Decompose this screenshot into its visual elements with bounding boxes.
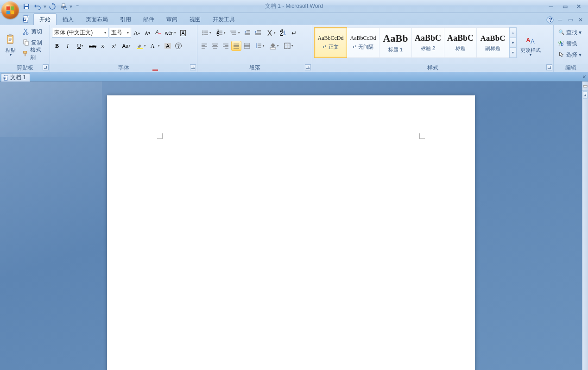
justify-button[interactable]: [231, 41, 241, 51]
document-tab-close[interactable]: ×: [582, 73, 586, 81]
change-styles-button[interactable]: AA 更改样式 ▾: [518, 26, 543, 64]
align-center-button[interactable]: [210, 41, 220, 51]
document-tab[interactable]: W 文档 1: [1, 73, 30, 82]
style-item[interactable]: AaBbC标题: [444, 27, 477, 58]
paragraph-launcher[interactable]: [305, 64, 311, 70]
margin-mark-top-left: [157, 133, 163, 139]
close-doc-window-button[interactable]: ✕: [577, 16, 584, 24]
group-label-styles: 样式: [312, 64, 553, 72]
svg-text:A: A: [526, 37, 531, 44]
align-right-button[interactable]: [221, 41, 231, 51]
style-preview: AaBbCcDd: [318, 35, 344, 42]
replace-button[interactable]: ab替换: [556, 38, 583, 49]
grow-font-button[interactable]: A▴: [132, 28, 142, 38]
ruler-toggle-button[interactable]: [582, 82, 588, 91]
maximize-button[interactable]: ▭: [560, 3, 569, 10]
style-item[interactable]: AaBbC副标题: [476, 27, 509, 58]
find-button[interactable]: 🔍查找▾: [556, 27, 583, 38]
underline-button[interactable]: U▾: [73, 41, 87, 51]
highlight-button[interactable]: ▾: [134, 41, 148, 51]
minimize-ribbon-button[interactable]: ─: [556, 16, 564, 24]
gallery-more-button[interactable]: ▾: [510, 48, 516, 57]
vertical-scrollbar[interactable]: ▲: [582, 82, 588, 370]
svg-rect-27: [137, 48, 143, 49]
clear-formatting-button[interactable]: A: [153, 28, 163, 38]
italic-button[interactable]: I: [63, 41, 73, 51]
decrease-indent-button[interactable]: [242, 28, 253, 38]
cut-button[interactable]: 剪切: [20, 26, 47, 37]
asian-layout-button[interactable]: ▾: [264, 28, 278, 38]
save-button[interactable]: [21, 1, 32, 12]
font-size-select[interactable]: 五号▾: [109, 28, 131, 38]
clipboard-launcher[interactable]: [43, 64, 49, 70]
align-left-button[interactable]: [199, 41, 209, 51]
shrink-font-button[interactable]: A▾: [142, 28, 152, 38]
tab-view[interactable]: 视图: [183, 13, 207, 25]
show-hide-marks-button[interactable]: ↵: [289, 28, 299, 38]
enclose-characters-button[interactable]: 字: [173, 41, 183, 51]
tab-mailings[interactable]: 邮件: [137, 13, 160, 25]
svg-text:3: 3: [216, 31, 220, 37]
office-button[interactable]: [1, 1, 19, 19]
line-spacing-button[interactable]: ▾: [253, 41, 266, 51]
gallery-down-button[interactable]: ▼: [510, 38, 516, 48]
minimize-button[interactable]: ─: [546, 3, 556, 10]
page[interactable]: [107, 95, 475, 370]
font-family-select[interactable]: 宋体 (中文正文)▾: [52, 28, 108, 38]
superscript-button[interactable]: x²: [109, 41, 119, 51]
increase-indent-button[interactable]: [253, 28, 263, 38]
font-launcher[interactable]: [190, 64, 196, 70]
qat-dropdown2-icon[interactable]: ▾: [70, 1, 72, 12]
restore-window-button[interactable]: ▭: [567, 16, 574, 24]
scroll-up-button[interactable]: ▲: [583, 91, 588, 99]
qat-customize-icon[interactable]: ⁼: [76, 1, 79, 12]
character-border-button[interactable]: A: [178, 28, 188, 38]
gallery-up-button[interactable]: ▲: [510, 28, 516, 38]
strikethrough-button[interactable]: abc: [88, 41, 98, 51]
bold-button[interactable]: B: [52, 41, 62, 51]
distributed-button[interactable]: [242, 41, 252, 51]
chevron-down-icon: ▾: [579, 29, 582, 36]
tab-page-layout[interactable]: 页面布局: [80, 13, 114, 25]
style-item[interactable]: AaBbC标题 2: [411, 27, 444, 58]
tab-developer[interactable]: 开发工具: [207, 13, 241, 25]
borders-button[interactable]: ▾: [281, 41, 295, 51]
format-painter-button[interactable]: 格式刷: [20, 49, 47, 59]
document-area[interactable]: [0, 82, 582, 370]
svg-text:A: A: [531, 38, 535, 44]
style-name-label: 副标题: [485, 45, 500, 52]
select-button[interactable]: 选择▾: [556, 50, 583, 60]
multilevel-list-button[interactable]: ▾: [228, 28, 242, 38]
group-editing: 🔍查找▾ ab替换 选择▾ 编辑: [554, 25, 588, 72]
phonetic-guide-button[interactable]: wén▾: [164, 28, 177, 38]
styles-launcher[interactable]: [546, 64, 552, 70]
style-item[interactable]: AaBb标题 1: [379, 27, 412, 58]
print-preview-button[interactable]: [58, 1, 69, 12]
tab-review[interactable]: 审阅: [160, 13, 183, 25]
change-case-button[interactable]: Aa▾: [120, 41, 133, 51]
style-item[interactable]: AaBbCcDd↵ 正文: [314, 27, 347, 58]
undo-button[interactable]: [32, 1, 43, 12]
style-preview: AaBbC: [447, 33, 474, 43]
close-button[interactable]: ✕: [574, 3, 583, 10]
shading-button[interactable]: ▾: [267, 41, 281, 51]
tab-references[interactable]: 引用: [114, 13, 137, 25]
chevron-down-icon[interactable]: ▾: [104, 31, 106, 35]
bullets-button[interactable]: ▾: [199, 28, 213, 38]
tab-insert[interactable]: 插入: [57, 13, 80, 25]
paste-button[interactable]: 粘贴 ▾: [2, 26, 19, 64]
qat-dropdown-icon[interactable]: ▾: [44, 1, 46, 12]
svg-rect-0: [6, 6, 10, 10]
sort-button[interactable]: AZ: [278, 28, 288, 38]
redo-button[interactable]: [47, 1, 57, 12]
character-shading-button[interactable]: A: [163, 41, 173, 51]
font-color-button[interactable]: A▾: [148, 41, 162, 51]
numbering-button[interactable]: 123▾: [214, 28, 228, 38]
subscript-button[interactable]: x₂: [98, 41, 108, 51]
copy-label: 复制: [31, 39, 42, 47]
help-button[interactable]: ?: [546, 16, 554, 24]
tab-home[interactable]: 开始: [33, 13, 57, 25]
chevron-down-icon[interactable]: ▾: [127, 31, 129, 35]
style-item[interactable]: AaBbCcDd↵ 无间隔: [347, 27, 379, 58]
style-name-label: 标题 1: [388, 46, 403, 53]
